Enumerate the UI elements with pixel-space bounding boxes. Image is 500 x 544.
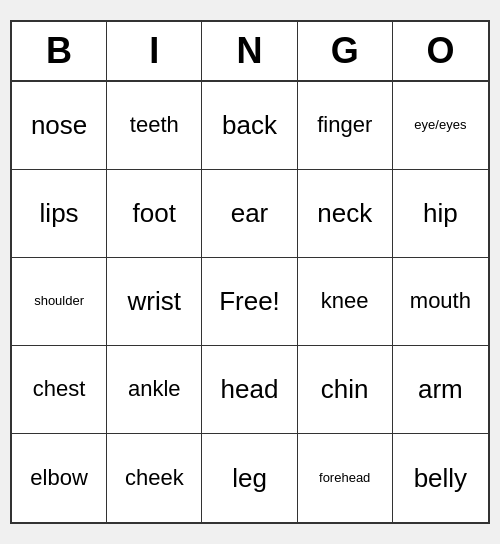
cell-text: ankle	[128, 377, 181, 401]
bingo-cell[interactable]: cheek	[107, 434, 202, 522]
bingo-cell[interactable]: chest	[12, 346, 107, 434]
bingo-header: BINGO	[12, 22, 488, 82]
cell-text: belly	[414, 464, 467, 493]
cell-text: shoulder	[34, 294, 84, 308]
cell-text: nose	[31, 111, 87, 140]
cell-text: Free!	[219, 287, 280, 316]
bingo-cell[interactable]: nose	[12, 82, 107, 170]
header-letter: N	[202, 22, 297, 80]
bingo-cell[interactable]: head	[202, 346, 297, 434]
cell-text: teeth	[130, 113, 179, 137]
bingo-card: BINGO noseteethbackfingereye/eyeslipsfoo…	[10, 20, 490, 524]
bingo-cell[interactable]: foot	[107, 170, 202, 258]
cell-text: neck	[317, 199, 372, 228]
bingo-cell[interactable]: finger	[298, 82, 393, 170]
cell-text: arm	[418, 375, 463, 404]
bingo-cell[interactable]: back	[202, 82, 297, 170]
bingo-cell[interactable]: ear	[202, 170, 297, 258]
bingo-cell[interactable]: shoulder	[12, 258, 107, 346]
cell-text: leg	[232, 464, 267, 493]
bingo-grid: noseteethbackfingereye/eyeslipsfootearne…	[12, 82, 488, 522]
cell-text: cheek	[125, 466, 184, 490]
cell-text: elbow	[30, 466, 87, 490]
cell-text: lips	[40, 199, 79, 228]
bingo-cell[interactable]: elbow	[12, 434, 107, 522]
cell-text: wrist	[128, 287, 181, 316]
cell-text: knee	[321, 289, 369, 313]
header-letter: G	[298, 22, 393, 80]
bingo-cell[interactable]: Free!	[202, 258, 297, 346]
bingo-cell[interactable]: wrist	[107, 258, 202, 346]
bingo-cell[interactable]: belly	[393, 434, 488, 522]
header-letter: I	[107, 22, 202, 80]
bingo-cell[interactable]: eye/eyes	[393, 82, 488, 170]
cell-text: chin	[321, 375, 369, 404]
bingo-cell[interactable]: ankle	[107, 346, 202, 434]
bingo-cell[interactable]: teeth	[107, 82, 202, 170]
cell-text: forehead	[319, 471, 370, 485]
header-letter: O	[393, 22, 488, 80]
cell-text: foot	[133, 199, 176, 228]
bingo-cell[interactable]: hip	[393, 170, 488, 258]
cell-text: chest	[33, 377, 86, 401]
cell-text: eye/eyes	[414, 118, 466, 132]
cell-text: mouth	[410, 289, 471, 313]
bingo-cell[interactable]: knee	[298, 258, 393, 346]
cell-text: hip	[423, 199, 458, 228]
header-letter: B	[12, 22, 107, 80]
bingo-cell[interactable]: leg	[202, 434, 297, 522]
cell-text: ear	[231, 199, 269, 228]
bingo-cell[interactable]: arm	[393, 346, 488, 434]
bingo-cell[interactable]: mouth	[393, 258, 488, 346]
bingo-cell[interactable]: forehead	[298, 434, 393, 522]
cell-text: head	[221, 375, 279, 404]
bingo-cell[interactable]: chin	[298, 346, 393, 434]
cell-text: back	[222, 111, 277, 140]
bingo-cell[interactable]: neck	[298, 170, 393, 258]
bingo-cell[interactable]: lips	[12, 170, 107, 258]
cell-text: finger	[317, 113, 372, 137]
